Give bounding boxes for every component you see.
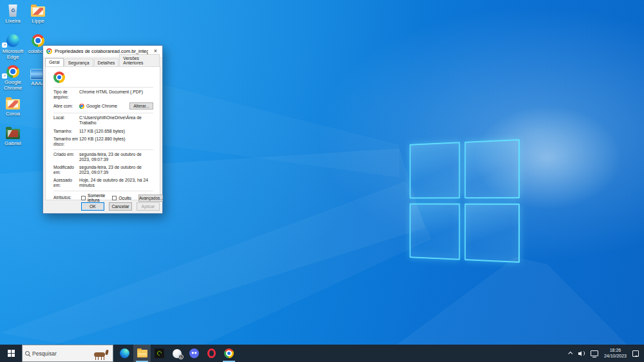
taskbar-opera-button[interactable] bbox=[203, 345, 220, 362]
network-icon[interactable] bbox=[591, 350, 598, 356]
folder-icon bbox=[6, 129, 20, 139]
tray-date: 24/10/2023 bbox=[604, 354, 627, 359]
taskbar-edge-button[interactable] bbox=[116, 345, 133, 362]
hidden-checkbox[interactable] bbox=[112, 196, 117, 200]
properties-dialog: Propriedades de colaboraread.com.br_inte… bbox=[43, 45, 163, 214]
taskbar-search[interactable] bbox=[22, 345, 113, 362]
windows-start-icon bbox=[8, 350, 15, 357]
taskbar-explorer-button[interactable] bbox=[133, 345, 151, 362]
alterar-button[interactable]: Alterar... bbox=[129, 102, 153, 110]
tab-detalhes[interactable]: Detalhes bbox=[94, 59, 119, 66]
desktop-icon-coroa[interactable]: Coroa bbox=[1, 95, 25, 117]
shortcut-arrow-icon: ↗ bbox=[2, 73, 7, 79]
field-label: Tamanho em disco: bbox=[53, 137, 79, 147]
field-label: Modificado em: bbox=[53, 165, 79, 175]
filename-field[interactable] bbox=[70, 73, 153, 82]
desktop-icon-label: Google Chrome bbox=[1, 79, 25, 91]
created-value: segunda-feira, 23 de outubro de 2023, 09… bbox=[79, 152, 153, 162]
tab-seguranca[interactable]: Segurança bbox=[64, 59, 93, 66]
ok-button[interactable]: OK bbox=[81, 202, 104, 211]
taskbar: 1 18:26 24/10/2023 bbox=[0, 345, 644, 362]
taskbar-nvidia-button[interactable] bbox=[151, 345, 168, 362]
file-explorer-icon bbox=[137, 350, 147, 357]
opera-icon bbox=[207, 348, 216, 358]
taskbar-chrome-button[interactable] bbox=[220, 345, 238, 362]
system-tray: 18:26 24/10/2023 bbox=[569, 345, 644, 362]
desktop-icon-google-chrome[interactable]: ↗ Google Chrome bbox=[1, 64, 25, 91]
folder-icon bbox=[31, 6, 45, 17]
recycle-bin-icon: ♻ bbox=[8, 5, 18, 17]
desktop-icon-label: Coroa bbox=[1, 111, 25, 117]
chrome-icon bbox=[6, 65, 19, 78]
desktop-icon-microsoft-edge[interactable]: ↗ Microsoft Edge bbox=[1, 33, 25, 60]
field-label: Abre com: bbox=[53, 104, 79, 109]
tray-time: 18:26 bbox=[604, 348, 627, 354]
chrome-icon bbox=[224, 348, 234, 358]
file-type-icon bbox=[53, 71, 65, 83]
tab-geral[interactable]: Geral bbox=[45, 58, 64, 66]
field-label: Local: bbox=[53, 115, 79, 120]
clock[interactable]: 18:26 24/10/2023 bbox=[604, 348, 627, 359]
windows-logo-pane bbox=[464, 204, 520, 263]
tab-versoes-anteriores[interactable]: Versões Anteriores bbox=[119, 54, 160, 66]
volume-icon[interactable] bbox=[578, 350, 585, 357]
windows-logo-pane bbox=[410, 204, 460, 260]
action-center-icon[interactable] bbox=[632, 350, 639, 357]
search-icon bbox=[25, 351, 30, 356]
edge-icon bbox=[6, 34, 19, 47]
cancel-button[interactable]: Cancelar bbox=[109, 202, 132, 211]
desktop-icon-lippe[interactable]: Lippe bbox=[26, 3, 50, 24]
taskbar-discord-button[interactable] bbox=[185, 345, 203, 362]
notification-badge: 1 bbox=[178, 354, 184, 359]
opens-with-value: Google Chrome bbox=[86, 104, 117, 109]
windows-logo-pane bbox=[410, 142, 460, 198]
edge-icon bbox=[120, 348, 129, 358]
readonly-checkbox[interactable] bbox=[81, 196, 86, 200]
chrome-favicon bbox=[46, 48, 52, 54]
field-label: Acessado em: bbox=[53, 178, 79, 188]
taskbar-xbox-button[interactable]: 1 bbox=[168, 345, 185, 362]
desktop-icon-gabriel[interactable]: Gabriel bbox=[1, 125, 25, 146]
apply-button[interactable]: Aplicar bbox=[137, 202, 160, 211]
show-hidden-icons-chevron[interactable] bbox=[568, 352, 573, 356]
field-label: Tipo de arquivo: bbox=[53, 90, 79, 100]
folder-icon bbox=[6, 99, 20, 110]
desktop-icon-label: Gabriel bbox=[1, 140, 25, 146]
discord-icon bbox=[189, 348, 199, 358]
readonly-label: Somente leitura bbox=[88, 193, 105, 202]
search-highlight-horse-image[interactable] bbox=[91, 349, 111, 361]
windows-logo-pane bbox=[464, 139, 520, 198]
windows-logo bbox=[410, 139, 520, 263]
desktop-icon-label: Microsoft Edge bbox=[1, 48, 25, 60]
dialog-title: Propriedades de colaboraread.com.br_inte… bbox=[55, 48, 148, 54]
file-type-value: Chrome HTML Document (.PDF) bbox=[79, 90, 153, 95]
avancados-button[interactable]: Avançados... bbox=[138, 195, 163, 202]
desktop-icon-lixeira[interactable]: ♻ Lixeira bbox=[1, 3, 25, 24]
chrome-icon bbox=[79, 104, 84, 109]
desktop-icon-label: Lixeira bbox=[1, 18, 25, 24]
desktop-icon-label: Lippe bbox=[26, 18, 50, 24]
field-label: Atributos: bbox=[53, 195, 79, 200]
size-value: 117 KB (120.658 bytes) bbox=[79, 129, 153, 134]
shortcut-arrow-icon: ↗ bbox=[2, 43, 7, 48]
start-button[interactable] bbox=[0, 345, 22, 362]
desktop-wallpaper: ♻ Lixeira Lippe ↗ Microsoft Edge colabor… bbox=[0, 0, 644, 362]
hidden-label: Oculto bbox=[118, 196, 131, 200]
field-label: Criado em: bbox=[53, 152, 79, 157]
field-label: Tamanho: bbox=[53, 129, 79, 134]
location-value: C:\Users\phill\OneDrive\Área de Trabalho bbox=[79, 115, 153, 126]
search-input[interactable] bbox=[32, 350, 84, 357]
size-on-disk-value: 120 KB (122.880 bytes) bbox=[79, 137, 153, 142]
accessed-value: Hoje, 24 de outubro de 2023, há 24 minut… bbox=[79, 178, 153, 188]
nvidia-icon bbox=[155, 348, 164, 358]
tab-page-geral: Tipo de arquivo: Chrome HTML Document (.… bbox=[45, 66, 160, 200]
modified-value: segunda-feira, 23 de outubro de 2023, 09… bbox=[79, 165, 153, 175]
dialog-tabs: Geral Segurança Detalhes Versões Anterio… bbox=[43, 57, 162, 66]
